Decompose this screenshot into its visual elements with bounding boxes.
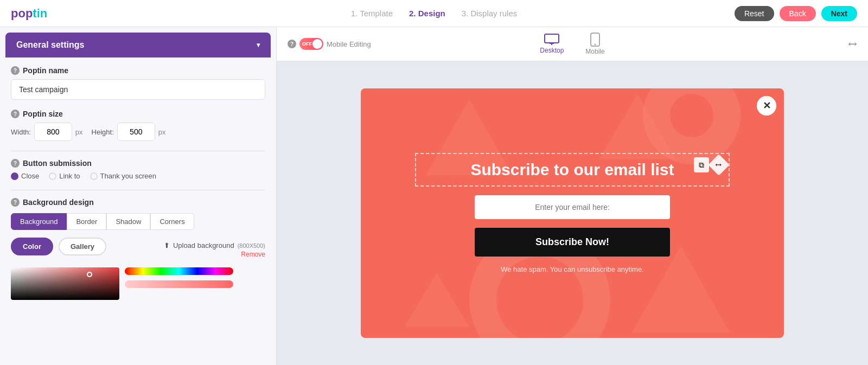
- mobile-label: Mobile: [585, 48, 604, 55]
- desktop-icon: [544, 34, 559, 46]
- poptin-name-group: ? Poptin name: [11, 66, 265, 100]
- alpha-slider[interactable]: [125, 280, 233, 288]
- hue-slider[interactable]: [125, 267, 233, 275]
- radio-close[interactable]: Close: [11, 172, 39, 180]
- poptin-name-help-icon[interactable]: ?: [11, 66, 20, 75]
- expand-icon[interactable]: ⤢: [845, 36, 860, 52]
- width-group: Width: px: [11, 123, 83, 141]
- gradient-picker[interactable]: [11, 267, 119, 300]
- svg-point-4: [595, 44, 596, 46]
- poptin-size-label: ? Poptin size: [11, 110, 265, 118]
- panel-body: ? Poptin name ? Poptin size Width: px: [0, 57, 276, 318]
- general-settings-label: General settings: [16, 40, 84, 50]
- popup-title-wrapper[interactable]: ⧉ ⤢ Subscribe to our email list: [415, 153, 730, 187]
- left-panel: General settings ▾ ? Poptin name ? Popti…: [0, 27, 277, 365]
- chevron-down-icon: ▾: [257, 41, 260, 49]
- popup-preview: ✕ ⧉ ⤢ Subscribe to our email list Subscr…: [361, 88, 784, 338]
- poptin-size-group: ? Poptin size Width: px Height: px: [11, 110, 265, 141]
- button-submission-group: ? Button submission Close Link to Thank …: [11, 159, 265, 180]
- toggle-off[interactable]: OFF: [299, 38, 323, 50]
- popup-email-input[interactable]: [475, 195, 670, 219]
- radio-row: Close Link to Thank you screen: [11, 172, 265, 180]
- popup-close-button[interactable]: ✕: [757, 96, 776, 116]
- gradient-canvas[interactable]: [11, 267, 119, 300]
- radio-dot-thankyou: [90, 172, 98, 180]
- upload-label: Upload background: [173, 241, 234, 249]
- desktop-button[interactable]: Desktop: [540, 34, 564, 54]
- radio-dot-close: [11, 172, 18, 180]
- topbar: poptin 1. Template 2. Design 3. Display …: [0, 0, 868, 27]
- reset-button[interactable]: Reset: [735, 6, 774, 21]
- height-label: Height:: [92, 128, 114, 136]
- general-settings-header[interactable]: General settings ▾: [5, 33, 271, 57]
- back-button[interactable]: Back: [780, 6, 816, 21]
- preview-toolbar: ? OFF Mobile Editing Desktop: [277, 27, 868, 61]
- height-input[interactable]: [117, 123, 155, 141]
- preview-canvas: ✕ ⧉ ⤢ Subscribe to our email list Subscr…: [277, 61, 868, 365]
- logo: poptin: [11, 7, 47, 21]
- upload-background-button[interactable]: ⬆ Upload background (800X500): [164, 241, 265, 249]
- toggle-knob: [312, 39, 322, 49]
- width-px: px: [75, 128, 83, 136]
- poptin-name-label: ? Poptin name: [11, 66, 265, 75]
- step-display-rules[interactable]: 3. Display rules: [462, 9, 518, 18]
- copy-icon[interactable]: ⧉: [694, 157, 709, 172]
- radio-link-to[interactable]: Link to: [49, 172, 80, 180]
- logo-tin: tin: [33, 7, 47, 20]
- radio-dot-link: [49, 172, 56, 180]
- height-px: px: [158, 128, 166, 136]
- step-design[interactable]: 2. Design: [409, 9, 445, 18]
- mobile-editing-label: Mobile Editing: [327, 40, 371, 48]
- poptin-name-input[interactable]: [11, 79, 265, 100]
- poptin-size-help-icon[interactable]: ?: [11, 110, 20, 118]
- main-layout: General settings ▾ ? Poptin name ? Popti…: [0, 27, 868, 365]
- mobile-button[interactable]: Mobile: [585, 33, 604, 55]
- logo-pop: pop: [11, 7, 33, 20]
- width-label: Width:: [11, 128, 31, 136]
- right-preview-area: ? OFF Mobile Editing Desktop: [277, 27, 868, 365]
- bg-tab-border[interactable]: Border: [67, 213, 106, 230]
- popup-title: Subscribe to our email list: [427, 161, 718, 179]
- steps-nav: 1. Template 2. Design 3. Display rules: [351, 9, 518, 18]
- sliders-col: [125, 267, 233, 288]
- gallery-button[interactable]: Gallery: [59, 238, 106, 255]
- bg-tabs: Background Border Shadow Corners: [11, 213, 265, 230]
- popup-submit-button[interactable]: Subscribe Now!: [475, 228, 670, 257]
- popup-content: ⧉ ⤢ Subscribe to our email list Subscrib…: [361, 142, 784, 284]
- button-submission-label: ? Button submission: [11, 159, 265, 168]
- mobile-icon: [590, 33, 600, 47]
- background-help-icon[interactable]: ?: [11, 198, 20, 207]
- bg-tab-background[interactable]: Background: [11, 213, 67, 230]
- color-gallery-row: Color Gallery: [11, 238, 106, 255]
- mobile-editing-toggle[interactable]: ? OFF Mobile Editing: [288, 38, 371, 50]
- button-submission-help-icon[interactable]: ?: [11, 159, 20, 168]
- upload-icon: ⬆: [164, 241, 170, 249]
- height-group: Height: px: [92, 123, 166, 141]
- topbar-actions: Reset Back Next: [735, 6, 857, 21]
- color-picker-dot[interactable]: [87, 272, 92, 277]
- bg-tab-corners[interactable]: Corners: [150, 213, 194, 230]
- popup-spam-text: We hate spam. You can unsubscribe anytim…: [501, 265, 644, 273]
- radio-thank-you[interactable]: Thank you screen: [90, 172, 156, 180]
- toggle-label: OFF: [302, 41, 312, 47]
- size-row: Width: px Height: px: [11, 123, 265, 141]
- color-button[interactable]: Color: [11, 238, 53, 255]
- mobile-editing-help-icon[interactable]: ?: [288, 40, 296, 48]
- svg-rect-0: [545, 34, 559, 43]
- upload-row: Color Gallery ⬆ Upload background (800X5…: [11, 238, 265, 262]
- background-design-title: ? Background design: [11, 198, 265, 207]
- background-design-group: ? Background design Background Border Sh…: [11, 198, 265, 300]
- desktop-label: Desktop: [540, 47, 564, 54]
- next-button[interactable]: Next: [821, 6, 857, 21]
- remove-link[interactable]: Remove: [241, 251, 265, 258]
- width-input[interactable]: [34, 123, 72, 141]
- step-template[interactable]: 1. Template: [351, 9, 393, 18]
- bg-tab-shadow[interactable]: Shadow: [106, 213, 150, 230]
- upload-size: (800X500): [238, 242, 265, 249]
- color-pickers-row: [11, 267, 265, 300]
